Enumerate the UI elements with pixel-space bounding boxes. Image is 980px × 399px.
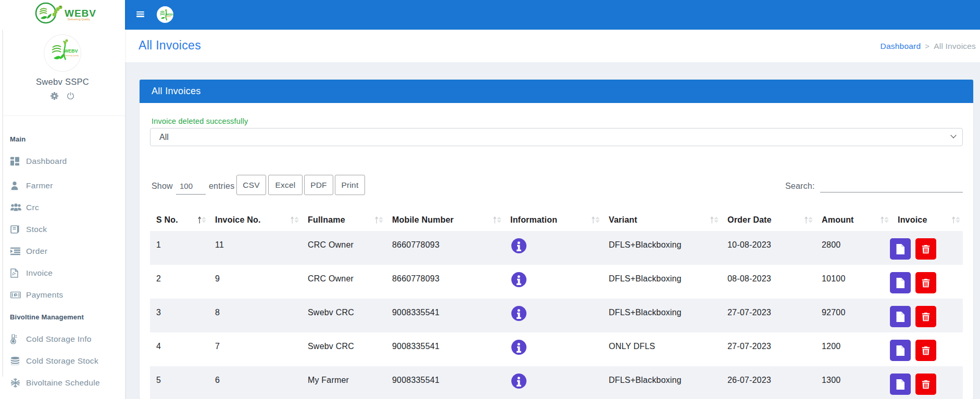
svg-text:Delivering Quality: Delivering Quality — [65, 55, 79, 57]
svg-text:WEBV: WEBV — [64, 48, 78, 54]
svg-text:WEBV: WEBV — [166, 13, 173, 16]
svg-text:1: 1 — [15, 293, 17, 297]
